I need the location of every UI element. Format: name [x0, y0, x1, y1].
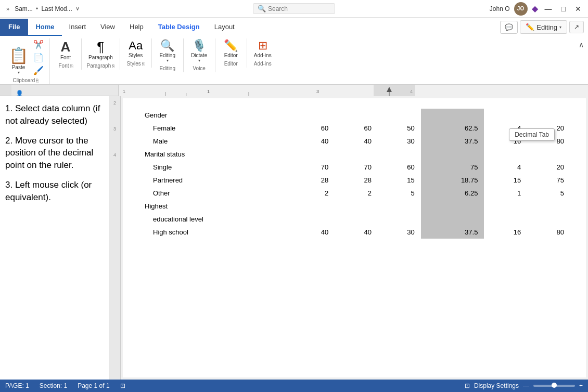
clipboard-label: Clipboard ⎘ — [13, 77, 39, 84]
row-c4: 18.75 — [421, 174, 484, 187]
clipboard-group: 📋 Paste ▾ ✂️ 📄 🖌️ Clipboard ⎘ — [2, 38, 50, 84]
zoom-thumb — [552, 383, 557, 388]
row-c4 — [421, 148, 484, 161]
editing-label: Editing — [536, 23, 557, 31]
pencil-icon: ✏️ — [526, 23, 534, 31]
addins-group-label: Add-ins — [254, 61, 272, 68]
row-c2: 70 — [335, 161, 378, 174]
format-painter-button[interactable]: 🖌️ — [32, 64, 45, 76]
minimize-button[interactable]: — — [542, 3, 555, 15]
title-separator: • — [36, 5, 39, 12]
paste-label: Paste — [12, 64, 25, 70]
expand-button[interactable]: » — [4, 5, 11, 13]
voice-group-label: Voice — [193, 66, 205, 72]
paragraph-settings-icon[interactable]: ⎘ — [112, 63, 114, 69]
table-row: Marital status — [138, 148, 570, 161]
row-label: Male — [138, 135, 291, 148]
instruction-2: 2. Move cursor to the position of the de… — [5, 135, 104, 172]
row-c4: 37.5 — [421, 226, 484, 239]
maximize-button[interactable]: □ — [559, 3, 568, 15]
ribbon-collapse-button[interactable]: ∧ — [577, 38, 586, 51]
title-bar: » Sam... • Last Mod... ∨ 🔍 John O JO ◆ —… — [0, 0, 588, 18]
tab-home[interactable]: Home — [28, 19, 61, 36]
row-c4 — [421, 109, 484, 122]
row-c5 — [484, 148, 527, 161]
row-c5 — [484, 213, 527, 226]
zoom-minus-button[interactable]: — — [523, 382, 529, 389]
zoom-slider[interactable] — [533, 385, 575, 387]
search-input[interactable] — [268, 5, 330, 12]
dictate-button[interactable]: 🎙️ Dictate ▾ — [188, 38, 211, 64]
search-box[interactable]: 🔍 — [253, 3, 335, 14]
row-c6: 5 — [527, 187, 570, 200]
copy-button[interactable]: 📄 — [32, 51, 45, 63]
font-button[interactable]: A Font — [54, 38, 77, 62]
zoom-plus-button[interactable]: + — [579, 382, 583, 389]
pages-label: Page 1 of 1 — [78, 382, 109, 389]
row-c3: 30 — [378, 135, 421, 148]
styles-button[interactable]: Aa Styles — [124, 38, 147, 60]
layout-icon: ⊡ — [120, 382, 125, 389]
row-c1: 28 — [291, 174, 335, 187]
title-right: John O JO ◆ — □ ✕ — [335, 2, 584, 16]
addins-button[interactable]: ⊞ Add-ins — [251, 38, 274, 60]
instruction-3-text: 3. Left mouse click (or equivalent). — [5, 179, 104, 204]
display-settings-label[interactable]: Display Settings — [474, 382, 519, 389]
font-settings-icon[interactable]: ⎘ — [70, 63, 73, 69]
tab-view[interactable]: View — [93, 19, 122, 36]
editor-button[interactable]: ✏️ Editor — [220, 38, 242, 60]
row-c2: 28 — [335, 174, 378, 187]
share-button[interactable]: ↗ — [569, 21, 584, 33]
document-area: 2 3 4 Decimal Tab Gender — [109, 96, 588, 380]
instruction-1-text: 1. Select data column (if not already se… — [5, 102, 104, 127]
row-label: Highest — [138, 200, 291, 213]
row-c1 — [291, 200, 335, 213]
paragraph-button[interactable]: ¶ Paragraph — [86, 38, 116, 62]
row-c1: 60 — [291, 122, 335, 135]
paste-button[interactable]: 📋 Paste ▾ — [6, 45, 31, 76]
row-c2: 40 — [335, 135, 378, 148]
search-icon: 🔍 — [258, 5, 266, 12]
editing-ribbon-button[interactable]: 🔍 Editing ▾ — [156, 38, 179, 64]
ruler-mark-2: 2 — [113, 100, 116, 106]
font-group-label: Font ⎘ — [58, 63, 72, 70]
editor-group-label: Editor — [224, 61, 238, 68]
row-c6: 20 — [527, 161, 570, 174]
table-row: High school 40 40 30 37.5 16 80 — [138, 226, 570, 239]
row-c3 — [378, 148, 421, 161]
row-label: Other — [138, 187, 291, 200]
ruler-mark-3: 3 — [113, 126, 116, 132]
row-c2 — [335, 109, 378, 122]
editing-dropdown-button[interactable]: ✏️ Editing ▾ — [520, 20, 567, 34]
data-table: Gender Female 60 — [138, 109, 570, 239]
row-c3 — [378, 200, 421, 213]
tab-insert[interactable]: Insert — [62, 19, 94, 36]
title-dropdown-button[interactable]: ∨ — [75, 5, 80, 12]
row-c2 — [335, 148, 378, 161]
row-c4: 37.5 — [421, 135, 484, 148]
tab-table-design[interactable]: Table Design — [151, 19, 207, 36]
tab-help[interactable]: Help — [122, 19, 151, 36]
row-c1 — [291, 213, 335, 226]
dictate-chevron: ▾ — [198, 58, 200, 63]
tab-file[interactable]: File — [0, 19, 28, 36]
row-c1: 40 — [291, 135, 335, 148]
paragraph-group-label: Paragraph ⎘ — [87, 63, 115, 70]
paste-chevron-icon: ▾ — [18, 70, 20, 75]
ruler-mark-4: 4 — [113, 152, 116, 158]
cut-button[interactable]: ✂️ — [32, 38, 45, 50]
close-button[interactable]: ✕ — [572, 3, 584, 15]
instruction-2-text: 2. Move cursor to the position of the de… — [5, 135, 104, 172]
clipboard-settings-icon[interactable]: ⎘ — [36, 78, 39, 83]
comment-button[interactable]: 💬 — [500, 21, 518, 34]
display-settings-icon: ⊡ — [465, 382, 470, 389]
font-group: A Font Font ⎘ — [50, 38, 82, 70]
decimal-tab-tooltip: Decimal Tab — [509, 128, 555, 141]
table-row: Gender — [138, 109, 570, 122]
dictate-icon: 🎙️ — [192, 40, 206, 51]
table-row: educational level — [138, 213, 570, 226]
row-label: educational level — [138, 213, 291, 226]
styles-settings-icon[interactable]: ⎘ — [142, 61, 145, 67]
tab-layout[interactable]: Layout — [207, 19, 242, 36]
ribbon: File Home Insert View Help Table Design … — [0, 18, 588, 85]
